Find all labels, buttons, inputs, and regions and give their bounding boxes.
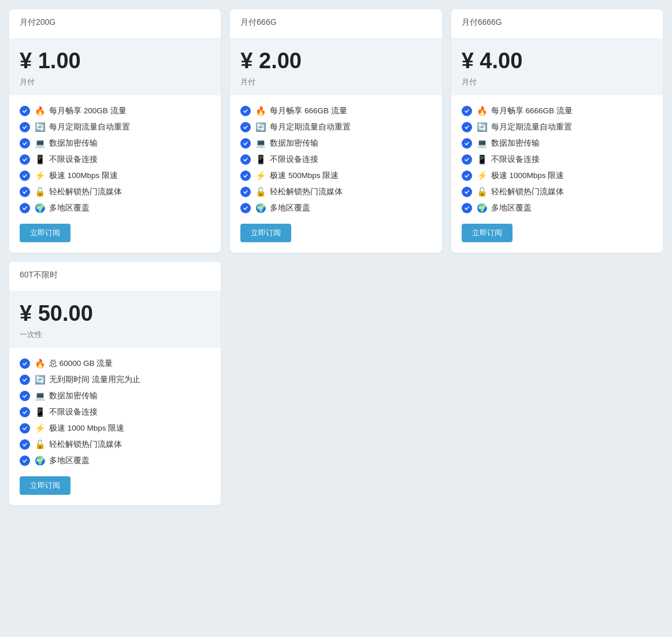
- feature-item: 💻数据加密传输: [240, 138, 431, 149]
- feature-emoji: 📱: [35, 407, 46, 417]
- order-button[interactable]: 立即订阅: [20, 476, 70, 495]
- plan-period: 一次性: [20, 329, 210, 340]
- feature-text: 多地区覆盖: [270, 203, 310, 213]
- feature-text: 无到期时间 流量用完为止: [49, 375, 140, 385]
- feature-emoji: ⚡: [255, 171, 266, 181]
- check-icon: [462, 138, 472, 149]
- feature-item: 📱不限设备连接: [462, 154, 652, 165]
- feature-item: 🌍多地区覆盖: [240, 203, 431, 213]
- plan-header: 月付6666G: [451, 9, 663, 39]
- plans-grid-top: 月付200G¥ 1.00月付🔥每月畅享 200GB 流量🔄每月定期流量自动重置💻…: [9, 9, 663, 253]
- feature-emoji: 🔓: [35, 439, 46, 450]
- feature-emoji: 🔓: [255, 187, 266, 197]
- feature-text: 极速 1000Mbps 限速: [491, 171, 565, 181]
- feature-text: 每月畅享 200GB 流量: [49, 106, 127, 116]
- feature-item: 🔓轻松解锁热门流媒体: [462, 187, 652, 197]
- feature-item: 🔥每月畅享 666GB 流量: [240, 106, 431, 116]
- plans-grid-bottom: 60T不限时¥ 50.00一次性🔥总 60000 GB 流量🔄无到期时间 流量用…: [9, 262, 663, 505]
- plan-price-block: ¥ 50.00一次性: [9, 291, 221, 348]
- order-button[interactable]: 立即订阅: [240, 224, 291, 242]
- check-icon: [462, 154, 472, 165]
- feature-emoji: 🔓: [477, 187, 488, 197]
- check-icon: [20, 171, 30, 181]
- plan-features: 🔥每月畅享 6666GB 流量🔄每月定期流量自动重置💻数据加密传输📱不限设备连接…: [451, 95, 663, 253]
- check-icon: [20, 154, 30, 165]
- feature-item: 🔥每月畅享 200GB 流量: [20, 106, 210, 116]
- feature-emoji: 📱: [255, 154, 266, 165]
- plan-features: 🔥每月畅享 200GB 流量🔄每月定期流量自动重置💻数据加密传输📱不限设备连接⚡…: [9, 95, 221, 253]
- plan-card-plan-6666g: 月付6666G¥ 4.00月付🔥每月畅享 6666GB 流量🔄每月定期流量自动重…: [451, 9, 663, 253]
- plan-header: 月付666G: [230, 9, 441, 39]
- check-icon: [462, 122, 472, 132]
- plan-price-block: ¥ 4.00月付: [451, 39, 663, 95]
- plan-period: 月付: [240, 77, 431, 87]
- feature-emoji: 🔥: [35, 106, 46, 116]
- feature-text: 数据加密传输: [270, 138, 318, 149]
- feature-emoji: ⚡: [477, 171, 488, 181]
- plan-card-plan-60t: 60T不限时¥ 50.00一次性🔥总 60000 GB 流量🔄无到期时间 流量用…: [9, 262, 221, 505]
- feature-item: 🔄无到期时间 流量用完为止: [20, 375, 210, 385]
- feature-text: 数据加密传输: [49, 391, 98, 401]
- plan-price-block: ¥ 2.00月付: [230, 39, 441, 95]
- feature-text: 不限设备连接: [270, 154, 318, 165]
- plan-features: 🔥总 60000 GB 流量🔄无到期时间 流量用完为止💻数据加密传输📱不限设备连…: [9, 348, 221, 505]
- feature-text: 轻松解锁热门流媒体: [270, 187, 343, 197]
- plan-period: 月付: [462, 77, 652, 87]
- feature-text: 不限设备连接: [49, 154, 98, 165]
- plan-price-block: ¥ 1.00月付: [9, 39, 221, 95]
- feature-emoji: ⚡: [35, 171, 46, 181]
- feature-text: 数据加密传输: [49, 138, 98, 149]
- plan-header: 月付200G: [9, 9, 221, 39]
- feature-item: 🔄每月定期流量自动重置: [20, 122, 210, 132]
- feature-text: 轻松解锁热门流媒体: [491, 187, 564, 197]
- plan-card-plan-200g: 月付200G¥ 1.00月付🔥每月畅享 200GB 流量🔄每月定期流量自动重置💻…: [9, 9, 221, 253]
- plan-title: 60T不限时: [20, 270, 210, 280]
- order-button[interactable]: 立即订阅: [20, 224, 70, 242]
- feature-emoji: 💻: [35, 138, 46, 149]
- feature-emoji: 🔓: [35, 187, 46, 197]
- feature-text: 多地区覆盖: [49, 203, 90, 213]
- feature-emoji: 📱: [35, 154, 46, 165]
- plan-price: ¥ 4.00: [462, 49, 652, 73]
- feature-item: 📱不限设备连接: [20, 154, 210, 165]
- feature-emoji: 💻: [255, 138, 266, 149]
- empty-column: [451, 262, 663, 505]
- order-button[interactable]: 立即订阅: [462, 224, 513, 242]
- feature-text: 每月畅享 666GB 流量: [270, 106, 347, 116]
- feature-item: 🔓轻松解锁热门流媒体: [20, 187, 210, 197]
- check-icon: [462, 171, 472, 181]
- check-icon: [20, 375, 30, 385]
- feature-text: 每月定期流量自动重置: [491, 122, 572, 132]
- feature-emoji: ⚡: [35, 423, 46, 434]
- feature-emoji: 🔄: [255, 122, 266, 132]
- feature-emoji: 🔄: [35, 375, 46, 385]
- feature-item: ⚡极速 100Mbps 限速: [20, 171, 210, 181]
- check-icon: [20, 138, 30, 149]
- feature-text: 轻松解锁热门流媒体: [49, 187, 122, 197]
- plan-card-plan-666g: 月付666G¥ 2.00月付🔥每月畅享 666GB 流量🔄每月定期流量自动重置💻…: [230, 9, 441, 253]
- check-icon: [240, 187, 251, 197]
- feature-text: 总 60000 GB 流量: [49, 358, 113, 369]
- check-icon: [240, 138, 251, 149]
- check-icon: [462, 187, 472, 197]
- check-icon: [20, 203, 30, 213]
- feature-emoji: 🌍: [35, 203, 46, 213]
- feature-text: 每月定期流量自动重置: [270, 122, 351, 132]
- feature-item: ⚡极速 1000 Mbps 限速: [20, 423, 210, 434]
- check-icon: [462, 203, 472, 213]
- feature-text: 数据加密传输: [491, 138, 540, 149]
- check-icon: [20, 106, 30, 116]
- feature-text: 每月定期流量自动重置: [49, 122, 130, 132]
- check-icon: [240, 203, 251, 213]
- feature-item: 📱不限设备连接: [20, 407, 210, 417]
- feature-item: 💻数据加密传输: [20, 138, 210, 149]
- feature-item: ⚡极速 500Mbps 限速: [240, 171, 431, 181]
- feature-item: 🔥每月畅享 6666GB 流量: [462, 106, 652, 116]
- plan-features: 🔥每月畅享 666GB 流量🔄每月定期流量自动重置💻数据加密传输📱不限设备连接⚡…: [230, 95, 441, 253]
- feature-item: 🔥总 60000 GB 流量: [20, 358, 210, 369]
- feature-item: 💻数据加密传输: [20, 391, 210, 401]
- feature-emoji: 🔥: [477, 106, 488, 116]
- feature-text: 不限设备连接: [491, 154, 540, 165]
- plan-title: 月付666G: [240, 17, 431, 28]
- check-icon: [240, 154, 251, 165]
